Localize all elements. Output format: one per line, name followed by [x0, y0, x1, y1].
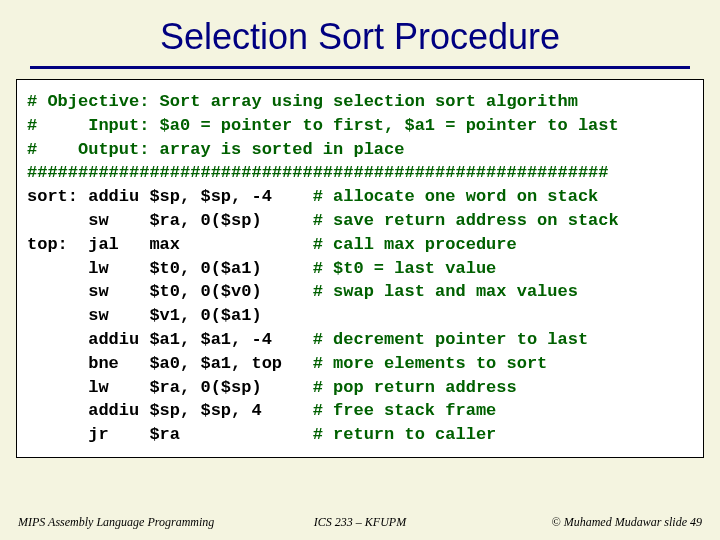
footer-left: MIPS Assembly Language Programming — [18, 515, 246, 530]
code-line: addiu $a1, $a1, -4 # decrement pointer t… — [27, 328, 693, 352]
code-line: addiu $sp, $sp, 4 # free stack frame — [27, 399, 693, 423]
code-line: top: jal max # call max procedure — [27, 233, 693, 257]
code-line: # Input: $a0 = pointer to first, $a1 = p… — [27, 114, 693, 138]
title-underline — [30, 66, 690, 69]
code-line: # Objective: Sort array using selection … — [27, 90, 693, 114]
code-line: jr $ra # return to caller — [27, 423, 693, 447]
code-line: sw $ra, 0($sp) # save return address on … — [27, 209, 693, 233]
code-line: lw $ra, 0($sp) # pop return address — [27, 376, 693, 400]
code-box: # Objective: Sort array using selection … — [16, 79, 704, 458]
code-listing: # Objective: Sort array using selection … — [27, 90, 693, 447]
code-line: sw $v1, 0($a1) — [27, 304, 693, 328]
footer-center: ICS 233 – KFUPM — [246, 515, 474, 530]
code-line: lw $t0, 0($a1) # $t0 = last value — [27, 257, 693, 281]
code-line: # Output: array is sorted in place — [27, 138, 693, 162]
footer-right: © Muhamed Mudawar slide 49 — [474, 515, 702, 530]
slide-title: Selection Sort Procedure — [0, 0, 720, 66]
footer: MIPS Assembly Language Programming ICS 2… — [0, 515, 720, 530]
code-line: sw $t0, 0($v0) # swap last and max value… — [27, 280, 693, 304]
code-line: sort: addiu $sp, $sp, -4 # allocate one … — [27, 185, 693, 209]
code-line: bne $a0, $a1, top # more elements to sor… — [27, 352, 693, 376]
code-line: ########################################… — [27, 161, 693, 185]
